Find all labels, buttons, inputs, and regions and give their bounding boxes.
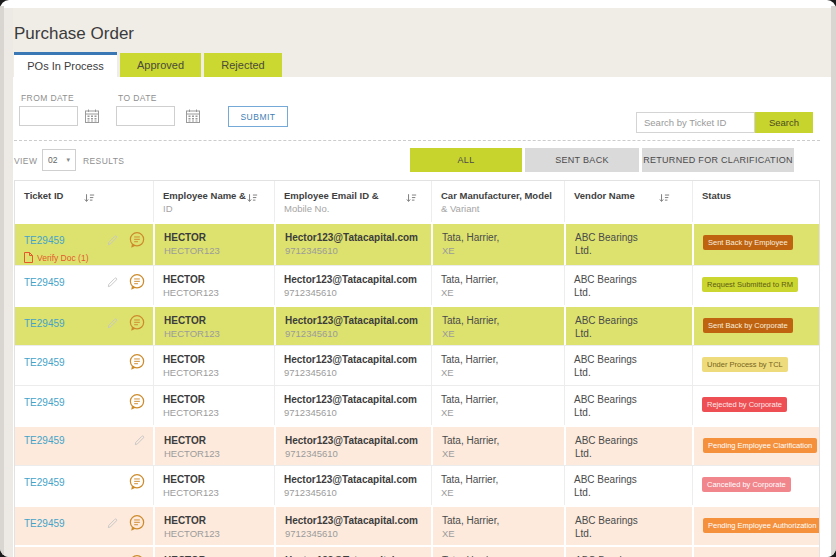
- filter-sent-back-button[interactable]: SENT BACK: [525, 148, 639, 172]
- car-cell: Tata, Harrier, XE: [431, 224, 564, 265]
- filter-returned-clarification-button[interactable]: RETURNED FOR CLARIFICATION: [642, 148, 794, 172]
- dashed-divider: [14, 140, 820, 141]
- ticket-id-link[interactable]: TE29459: [24, 317, 65, 330]
- sort-icon[interactable]: [84, 192, 95, 204]
- purchase-order-table: Ticket ID Employee Name & ID Employee Em…: [14, 180, 820, 557]
- ticket-cell: TE29459: [15, 466, 153, 505]
- employee-cell: HECTOR HECTOR123: [153, 547, 274, 557]
- ticket-id-link[interactable]: TE29459: [24, 517, 65, 530]
- vendor-cell: ABC Bearings Ltd.: [564, 224, 692, 265]
- edit-icon[interactable]: [106, 517, 119, 530]
- chat-icon[interactable]: [128, 314, 146, 332]
- col-header-employee-email[interactable]: Employee Email ID & Mobile No.: [274, 181, 431, 222]
- status-badge: Cancelled by Corporate: [702, 477, 791, 492]
- vendor-cell: ABC Bearings Ltd.: [564, 427, 692, 465]
- edit-icon[interactable]: [133, 434, 146, 447]
- right-margin: [831, 6, 836, 557]
- status-badge: Pending Employee Clarification: [703, 438, 817, 453]
- page-title: Purchase Order: [14, 24, 134, 44]
- submit-button[interactable]: SUBMIT: [228, 106, 288, 127]
- col-header-vendor[interactable]: Vendor Name: [564, 181, 692, 222]
- ticket-cell: TE29459: [15, 386, 153, 425]
- email-cell: Hector123@Tatacapital.com 9712345610: [274, 224, 431, 265]
- search-input[interactable]: [636, 112, 755, 133]
- col-header-status: Status: [692, 181, 819, 222]
- car-cell: Tata, Harrier, XE: [431, 386, 564, 425]
- sort-icon[interactable]: [659, 192, 670, 204]
- chat-icon[interactable]: [128, 273, 146, 291]
- from-date-input[interactable]: [19, 106, 78, 126]
- email-cell: Hector123@Tatacapital.com 9712345610: [274, 547, 431, 557]
- status-cell: Sent Back by Employee: [692, 224, 819, 265]
- edit-icon[interactable]: [106, 234, 119, 247]
- ticket-id-link[interactable]: TE29459: [24, 276, 65, 289]
- search-button[interactable]: Search: [755, 112, 813, 133]
- car-cell: Tata, Harrier, XE: [431, 547, 564, 557]
- status-cell: Cancelled by Corporate: [692, 466, 819, 505]
- tab-pos-in-process[interactable]: POs In Process: [14, 52, 117, 77]
- car-cell: Tata, Harrier, XE: [431, 466, 564, 505]
- status-badge: Rejected by Corporate: [702, 397, 787, 412]
- vendor-cell: ABC Bearings Ltd.: [564, 266, 692, 305]
- edit-icon[interactable]: [106, 317, 119, 330]
- chat-icon[interactable]: [128, 353, 146, 371]
- email-cell: Hector123@Tatacapital.com 9712345610: [274, 266, 431, 305]
- verify-doc-note[interactable]: Verify Doc (1): [24, 252, 149, 263]
- table-header: Ticket ID Employee Name & ID Employee Em…: [15, 181, 819, 222]
- left-sliver: [4, 8, 13, 557]
- ticket-cell: TE29459: [15, 266, 153, 305]
- status-cell: Pending Employee Clarification: [692, 427, 819, 465]
- employee-cell: HECTOR HECTOR123: [153, 266, 274, 305]
- calendar-icon[interactable]: [185, 108, 201, 124]
- ticket-id-link[interactable]: TE29459: [24, 396, 65, 409]
- vendor-cell: ABC Bearings Ltd.: [564, 507, 692, 545]
- chat-icon[interactable]: [128, 231, 146, 249]
- ticket-cell: TE29459: [15, 427, 153, 465]
- tab-approved[interactable]: Approved: [120, 53, 201, 77]
- tab-rejected[interactable]: Rejected: [204, 53, 282, 77]
- email-cell: Hector123@Tatacapital.com 9712345610: [274, 507, 431, 545]
- sort-icon[interactable]: [406, 192, 417, 204]
- ticket-id-link[interactable]: TE29459: [24, 476, 65, 489]
- car-cell: Tata, Harrier, XE: [431, 507, 564, 545]
- car-cell: Tata, Harrier, XE: [431, 266, 564, 305]
- employee-cell: HECTOR HECTOR123: [153, 346, 274, 385]
- view-label: VIEW: [14, 156, 37, 166]
- ticket-id-link[interactable]: TE29459: [24, 356, 65, 369]
- calendar-icon[interactable]: [84, 108, 100, 124]
- view-count-select[interactable]: 02 ▾: [42, 149, 76, 171]
- table-row: TE29459 Verify Doc (1) HECTOR: [15, 222, 819, 265]
- ticket-id-link[interactable]: TE29459: [24, 434, 65, 447]
- table-row: TE29459 HECTOR HECTOR123 Hector1: [15, 305, 819, 345]
- col-header-employee-name[interactable]: Employee Name & ID: [153, 181, 274, 222]
- employee-cell: HECTOR HECTOR123: [153, 466, 274, 505]
- table-row: TE29459 HECTOR HECTOR123 Hector1: [15, 465, 819, 505]
- table-body: TE29459 Verify Doc (1) HECTOR: [15, 222, 819, 557]
- email-cell: Hector123@Tatacapital.com 9712345610: [274, 427, 431, 465]
- employee-cell: HECTOR HECTOR123: [153, 307, 274, 345]
- status-cell: Pending Employee Authorization: [692, 507, 819, 545]
- status-badge: Sent Back by Employee: [703, 235, 793, 250]
- table-row: TE29459 HECTOR HECTOR123 Hector123@Tatac…: [15, 425, 819, 465]
- status-badge: Pending Employee Authorization: [703, 518, 819, 533]
- chat-icon[interactable]: [128, 393, 146, 411]
- email-cell: Hector123@Tatacapital.com 9712345610: [274, 466, 431, 505]
- vendor-cell: ABC Bearings Ltd.: [564, 547, 692, 557]
- status-badge: Under Process by TCL: [702, 357, 788, 372]
- edit-icon[interactable]: [106, 276, 119, 289]
- sort-icon[interactable]: [247, 192, 258, 204]
- chat-icon[interactable]: [128, 514, 146, 532]
- employee-cell: HECTOR HECTOR123: [153, 427, 274, 465]
- filter-all-button[interactable]: ALL: [410, 148, 522, 172]
- to-date-input[interactable]: [116, 106, 175, 126]
- email-cell: Hector123@Tatacapital.com 9712345610: [274, 307, 431, 345]
- col-header-ticket-id[interactable]: Ticket ID: [15, 181, 153, 222]
- results-label: RESULTS: [83, 156, 124, 166]
- email-cell: Hector123@Tatacapital.com 9712345610: [274, 386, 431, 425]
- document-icon: [24, 252, 33, 263]
- from-date-label: FROM DATE: [21, 93, 74, 103]
- tab-bar: POs In Process Approved Rejected: [14, 52, 285, 77]
- vendor-cell: ABC Bearings Ltd.: [564, 386, 692, 425]
- ticket-id-link[interactable]: TE29459: [24, 234, 65, 247]
- chat-icon[interactable]: [128, 473, 146, 491]
